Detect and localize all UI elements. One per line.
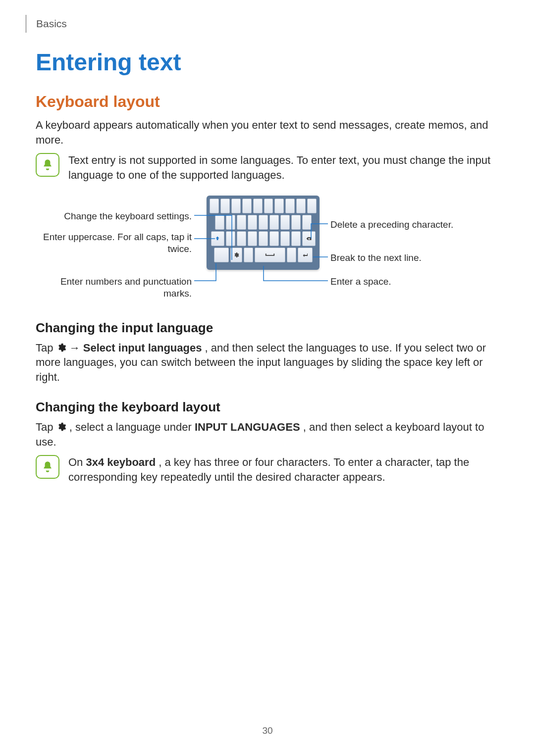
keyboard-layout-intro: A keyboard appears automatically when yo… bbox=[36, 118, 499, 147]
bell-icon bbox=[36, 455, 59, 479]
settings-key bbox=[230, 248, 242, 262]
note-language-support-text: Text entry is not supported in some lang… bbox=[68, 153, 499, 182]
heading-changing-keyboard-layout: Changing the keyboard layout bbox=[36, 400, 499, 415]
para-changing-input-language: Tap → Select input languages , and then … bbox=[36, 341, 499, 385]
para-changing-keyboard-layout: Tap , select a language under INPUT LANG… bbox=[36, 420, 499, 449]
callout-nextline: Break to the next line. bbox=[330, 252, 494, 264]
keyboard-diagram: Change the keyboard settings. Enter uppe… bbox=[36, 192, 499, 305]
gear-icon bbox=[56, 342, 66, 352]
callout-delete: Delete a preceding character. bbox=[330, 219, 494, 231]
shift-key bbox=[211, 231, 224, 246]
note-3x4-keyboard: On 3x4 keyboard , a key has three or fou… bbox=[36, 455, 499, 484]
keyboard-graphic bbox=[207, 196, 320, 270]
gear-icon bbox=[56, 421, 66, 431]
chapter-header: Basics bbox=[26, 15, 67, 33]
section-keyboard-layout-heading: Keyboard layout bbox=[36, 93, 499, 111]
callout-numbers: Enter numbers and punctuation marks. bbox=[36, 276, 192, 300]
page-title: Entering text bbox=[36, 49, 499, 76]
chapter-label: Basics bbox=[36, 18, 67, 30]
page-number: 30 bbox=[0, 725, 535, 736]
space-key bbox=[255, 248, 285, 262]
note-language-support: Text entry is not supported in some lang… bbox=[36, 153, 499, 182]
heading-changing-input-language: Changing the input language bbox=[36, 320, 499, 336]
note-3x4-keyboard-text: On 3x4 keyboard , a key has three or fou… bbox=[68, 455, 499, 484]
callout-change-settings: Change the keyboard settings. bbox=[36, 210, 192, 222]
backspace-key bbox=[302, 231, 316, 246]
callout-space: Enter a space. bbox=[330, 276, 494, 288]
bell-icon bbox=[36, 153, 59, 177]
symbols-key bbox=[214, 248, 229, 262]
enter-key bbox=[298, 248, 313, 262]
callout-uppercase: Enter uppercase. For all caps, tap it tw… bbox=[36, 231, 192, 255]
